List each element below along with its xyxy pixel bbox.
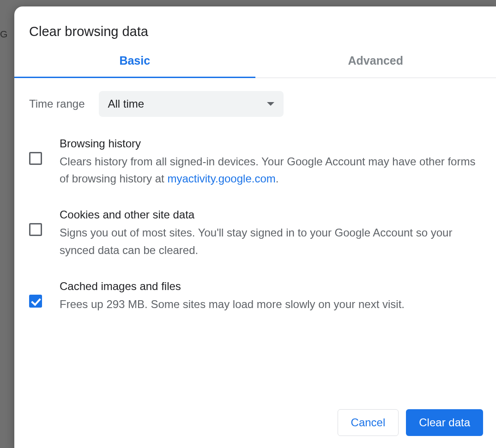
- checkbox-cookies[interactable]: [29, 223, 42, 236]
- option-title: Browsing history: [60, 137, 481, 150]
- tab-basic[interactable]: Basic: [14, 54, 255, 78]
- time-range-value: All time: [108, 97, 145, 110]
- checkbox-browsing-history[interactable]: [29, 152, 42, 165]
- option-desc: Signs you out of most sites. You'll stay…: [60, 224, 481, 258]
- myactivity-link[interactable]: myactivity.google.com: [167, 172, 275, 185]
- clear-browsing-data-dialog: Clear browsing data Basic Advanced Time …: [14, 6, 496, 448]
- desc-suffix: .: [276, 172, 279, 185]
- time-range-label: Time range: [29, 97, 85, 110]
- option-browsing-history: Browsing history Clears history from all…: [29, 137, 481, 187]
- dialog-title: Clear browsing data: [14, 6, 496, 39]
- option-title: Cookies and other site data: [60, 208, 481, 221]
- option-desc: Frees up 293 MB. Some sites may load mor…: [60, 296, 481, 313]
- tab-advanced[interactable]: Advanced: [255, 54, 496, 78]
- backdrop-text: G: [0, 29, 7, 40]
- tabs: Basic Advanced: [14, 54, 496, 78]
- option-cookies: Cookies and other site data Signs you ou…: [29, 208, 481, 258]
- option-text: Cookies and other site data Signs you ou…: [60, 208, 481, 258]
- chevron-down-icon: [267, 102, 274, 106]
- option-desc: Clears history from all signed-in device…: [60, 153, 481, 187]
- option-text: Cached images and files Frees up 293 MB.…: [60, 280, 481, 313]
- dialog-body: Time range All time Browsing history Cle…: [14, 78, 496, 409]
- checkbox-cache[interactable]: [29, 295, 42, 308]
- cancel-button[interactable]: Cancel: [338, 409, 399, 436]
- option-cache: Cached images and files Frees up 293 MB.…: [29, 280, 481, 313]
- option-title: Cached images and files: [60, 280, 481, 293]
- option-text: Browsing history Clears history from all…: [60, 137, 481, 187]
- time-range-select[interactable]: All time: [99, 91, 284, 117]
- clear-data-button[interactable]: Clear data: [406, 409, 483, 436]
- time-range-row: Time range All time: [29, 91, 481, 117]
- dialog-footer: Cancel Clear data: [14, 409, 496, 448]
